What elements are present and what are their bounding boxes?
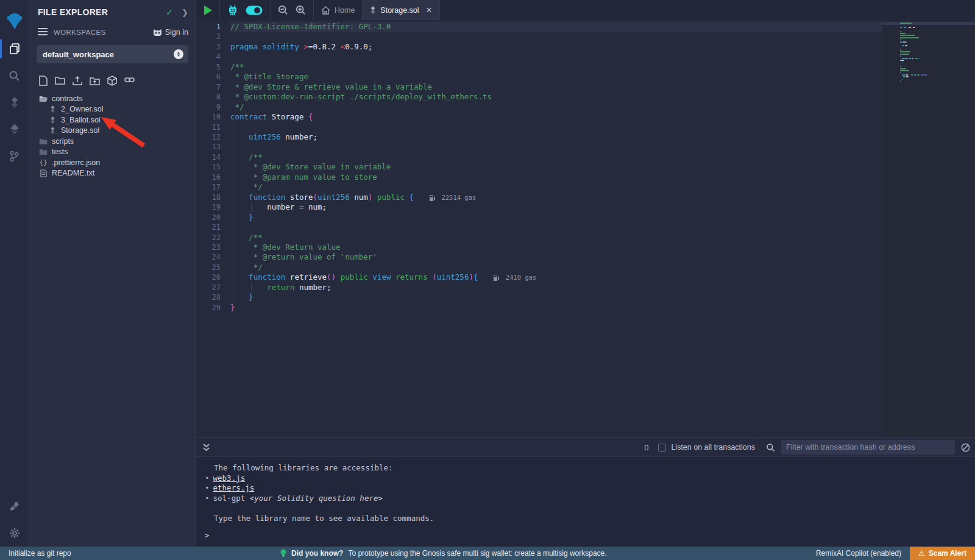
remix-logo[interactable]	[0, 5, 29, 35]
tree-item-label: tests	[52, 147, 68, 156]
code-line-20: }	[230, 213, 882, 222]
terminal-search-icon[interactable]	[766, 443, 775, 452]
tree-item-readme-txt[interactable]: README.txt	[29, 168, 196, 179]
code-line-13	[230, 142, 882, 152]
terminal-line	[205, 503, 975, 514]
tree-item-label: 2_Owner.sol	[61, 105, 103, 113]
solidity-file-icon	[370, 6, 376, 14]
copilot-status[interactable]: RemixAI Copilot (enabled)	[807, 549, 910, 558]
zoom-in-icon[interactable]	[296, 5, 306, 15]
solidity-file-icon	[48, 105, 57, 113]
sign-in-button[interactable]: Sign in	[153, 28, 188, 37]
solidity-file-icon	[48, 127, 57, 134]
tab-home[interactable]: Home	[314, 0, 363, 20]
braces-icon: {}	[39, 158, 48, 166]
tree-item-scripts[interactable]: scripts	[29, 136, 196, 147]
listen-all-transactions-label: Listen on all transactions	[671, 443, 755, 452]
code-line-7: * @dev Store & retrieve value in a varia…	[230, 82, 882, 92]
link-icon[interactable]	[124, 76, 135, 86]
code-line-29: }	[230, 303, 882, 313]
tree-item-label: contracts	[52, 94, 83, 103]
code-line-22: /**	[230, 233, 882, 243]
zoom-out-icon[interactable]	[278, 5, 288, 15]
code-line-8: * @custom:dev-run-script ./scripts/deplo…	[230, 92, 882, 102]
gas-estimate-badge: 2410 gas	[494, 274, 536, 281]
tree-item-label: README.txt	[52, 169, 94, 177]
tree-item-2-owner-sol[interactable]: 2_Owner.sol	[29, 104, 196, 115]
sidebar-item-plugin-manager[interactable]	[0, 493, 29, 520]
tab-storage-sol[interactable]: Storage.sol ✕	[363, 0, 440, 20]
workspace-stepper-icon: ▲▼	[174, 49, 183, 59]
workspace-selected-value: default_workspace	[43, 50, 174, 59]
sidebar-item-solidity-compiler[interactable]	[0, 89, 29, 116]
tree-item-label: 3_Ballot.sol	[61, 116, 101, 124]
terminal-link-ethers-js[interactable]: ethers.js	[213, 483, 255, 492]
terminal-output[interactable]: The following libraries are accessible:•…	[196, 457, 975, 547]
upload-folder-icon[interactable]	[90, 76, 100, 86]
folder-icon	[39, 138, 48, 145]
terminal-line: The following libraries are accessible:	[205, 463, 975, 473]
close-tab-icon[interactable]: ✕	[426, 5, 433, 15]
code-line-19: number = num;	[230, 202, 882, 212]
clear-console-icon[interactable]	[961, 443, 970, 452]
icon-sidebar	[0, 0, 29, 547]
gas-estimate-badge: 22514 gas	[430, 194, 476, 201]
code-line-18: function store(uint256 num) public { 225…	[230, 193, 882, 202]
transaction-count-badge: 0	[644, 443, 648, 452]
code-line-9: */	[230, 102, 882, 112]
code-line-2	[230, 32, 882, 41]
file-explorer-panel: FILE EXPLORER ✓ ❯ WORKSPACES Sign in	[29, 0, 196, 547]
tree-item-label: .prettierrc.json	[52, 158, 100, 167]
terminal-link-web3-js[interactable]: web3.js	[213, 473, 246, 483]
code-line-15: * @dev Store value in variable	[230, 162, 882, 172]
sidebar-item-deploy-run[interactable]	[0, 116, 29, 143]
code-line-14: /**	[230, 152, 882, 162]
editor-code-area: // SPDX-License-Identifier: GPL-3.0 prag…	[230, 20, 882, 438]
tree-item-3-ballot-sol[interactable]: 3_Ballot.sol	[29, 115, 196, 126]
copilot-toggle-on[interactable]	[246, 5, 263, 15]
terminal-line: •ethers.js	[205, 483, 975, 494]
git-init-button[interactable]: Initialize as git repo	[0, 549, 80, 558]
remix-ide-app: FILE EXPLORER ✓ ❯ WORKSPACES Sign in	[0, 0, 975, 560]
code-line-21	[230, 222, 882, 232]
code-line-5: /**	[230, 62, 882, 72]
transaction-filter-input[interactable]	[781, 440, 955, 455]
ai-copilot-robot-icon[interactable]	[227, 5, 238, 15]
tree-item-contracts[interactable]: contracts	[29, 93, 196, 104]
ipfs-box-icon[interactable]	[107, 76, 117, 86]
code-line-11	[230, 122, 882, 132]
minimap-code	[900, 23, 943, 82]
scam-alert-button[interactable]: ⚠ Scam Alert	[910, 547, 975, 560]
code-line-25: */	[230, 263, 882, 272]
code-line-16: * @param num value to store	[230, 172, 882, 182]
upload-file-icon[interactable]	[73, 76, 82, 86]
sidebar-item-git[interactable]	[0, 143, 29, 169]
code-line-23: * @dev Return value	[230, 243, 882, 252]
sidebar-item-search[interactable]	[0, 62, 29, 89]
new-file-icon[interactable]	[39, 76, 48, 86]
listen-all-transactions-checkbox[interactable]	[658, 444, 666, 452]
terminal-panel: 0 Listen on all transactions The followi…	[196, 438, 975, 547]
sidebar-item-settings[interactable]	[0, 520, 29, 547]
check-icon: ✓	[166, 7, 173, 17]
tree-item-label: scripts	[52, 137, 74, 146]
code-line-27: return number;	[230, 283, 882, 292]
tree-item-tests[interactable]: tests	[29, 147, 196, 158]
chevron-right-icon[interactable]: ❯	[182, 8, 188, 17]
terminal-prompt[interactable]: >	[205, 531, 210, 541]
tree-item--prettierrc-json[interactable]: {}.prettierrc.json	[29, 157, 196, 168]
new-folder-icon[interactable]	[55, 76, 65, 86]
sidebar-item-file-explorer[interactable]	[0, 35, 29, 62]
hamburger-menu-icon[interactable]	[38, 27, 48, 38]
tree-item-storage-sol[interactable]: Storage.sol	[29, 126, 196, 136]
editor-minimap[interactable]	[882, 20, 975, 438]
run-script-button[interactable]	[204, 5, 212, 15]
tree-item-label: Storage.sol	[61, 126, 99, 135]
did-you-know-tip: Did you know? To prototype using the Gno…	[280, 549, 607, 558]
workspace-selector[interactable]: default_workspace ▲▼	[37, 45, 188, 63]
code-editor[interactable]: 1234567891011121314151617181920212223242…	[196, 20, 975, 438]
collapse-terminal-icon[interactable]	[202, 443, 210, 452]
code-line-26: function retrieve() public view returns …	[230, 272, 882, 282]
status-bar: Initialize as git repo Did you know? To …	[0, 547, 975, 560]
solidity-file-icon	[48, 116, 57, 124]
